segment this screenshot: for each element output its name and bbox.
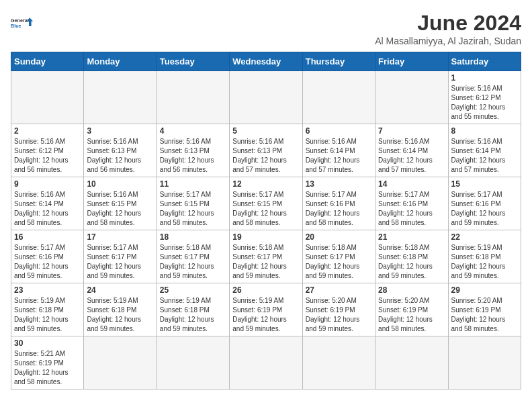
day-number: 1 [451, 73, 518, 83]
calendar-cell: 2Sunrise: 5:16 AMSunset: 6:12 PMDaylight… [11, 124, 84, 177]
calendar-cell: 7Sunrise: 5:16 AMSunset: 6:14 PMDaylight… [375, 124, 448, 177]
col-friday: Friday [375, 52, 448, 71]
calendar-cell: 12Sunrise: 5:17 AMSunset: 6:15 PMDayligh… [230, 177, 302, 230]
header-row: Sunday Monday Tuesday Wednesday Thursday… [11, 52, 521, 71]
calendar-cell [302, 71, 375, 124]
day-info: Sunrise: 5:20 AMSunset: 6:19 PMDaylight:… [378, 296, 445, 334]
day-info: Sunrise: 5:17 AMSunset: 6:16 PMDaylight:… [378, 190, 445, 228]
calendar-cell: 24Sunrise: 5:19 AMSunset: 6:18 PMDayligh… [84, 283, 157, 336]
title-area: June 2024 Al Masallamiyya, Al Jazirah, S… [375, 11, 521, 46]
calendar-cell: 26Sunrise: 5:19 AMSunset: 6:19 PMDayligh… [230, 283, 302, 336]
day-number: 17 [87, 232, 153, 242]
calendar-cell [375, 336, 448, 390]
day-info: Sunrise: 5:16 AMSunset: 6:12 PMDaylight:… [14, 137, 81, 175]
calendar-cell: 14Sunrise: 5:17 AMSunset: 6:16 PMDayligh… [375, 177, 448, 230]
day-number: 11 [160, 179, 226, 189]
day-number: 28 [378, 285, 445, 295]
calendar-cell [448, 336, 521, 390]
day-info: Sunrise: 5:16 AMSunset: 6:14 PMDaylight:… [14, 190, 81, 228]
day-number: 27 [306, 285, 372, 295]
calendar-cell: 3Sunrise: 5:16 AMSunset: 6:13 PMDaylight… [84, 124, 157, 177]
calendar-cell: 5Sunrise: 5:16 AMSunset: 6:13 PMDaylight… [230, 124, 302, 177]
calendar-cell: 6Sunrise: 5:16 AMSunset: 6:14 PMDaylight… [302, 124, 375, 177]
day-number: 23 [14, 285, 81, 295]
day-number: 13 [306, 179, 372, 189]
calendar-cell [11, 71, 84, 124]
calendar-cell: 17Sunrise: 5:17 AMSunset: 6:17 PMDayligh… [84, 230, 157, 283]
calendar-subtitle: Al Masallamiyya, Al Jazirah, Sudan [375, 36, 521, 46]
calendar-cell: 1Sunrise: 5:16 AMSunset: 6:12 PMDaylight… [448, 71, 521, 124]
day-info: Sunrise: 5:20 AMSunset: 6:19 PMDaylight:… [451, 296, 518, 334]
calendar-cell: 16Sunrise: 5:17 AMSunset: 6:16 PMDayligh… [11, 230, 84, 283]
calendar-cell [157, 336, 229, 390]
day-info: Sunrise: 5:19 AMSunset: 6:18 PMDaylight:… [160, 296, 226, 334]
calendar-row: 30Sunrise: 5:21 AMSunset: 6:19 PMDayligh… [11, 336, 521, 390]
day-info: Sunrise: 5:19 AMSunset: 6:18 PMDaylight:… [451, 243, 518, 281]
calendar-cell: 11Sunrise: 5:17 AMSunset: 6:15 PMDayligh… [157, 177, 229, 230]
header: GeneralBlue June 2024 Al Masallamiyya, A… [11, 11, 521, 46]
calendar-cell: 28Sunrise: 5:20 AMSunset: 6:19 PMDayligh… [375, 283, 448, 336]
calendar-cell: 25Sunrise: 5:19 AMSunset: 6:18 PMDayligh… [157, 283, 229, 336]
calendar-cell: 23Sunrise: 5:19 AMSunset: 6:18 PMDayligh… [11, 283, 84, 336]
calendar-row: 16Sunrise: 5:17 AMSunset: 6:16 PMDayligh… [11, 230, 521, 283]
day-number: 3 [87, 126, 153, 136]
col-sunday: Sunday [11, 52, 84, 71]
logo-icon: GeneralBlue [11, 11, 35, 35]
day-info: Sunrise: 5:19 AMSunset: 6:19 PMDaylight:… [232, 296, 299, 334]
day-info: Sunrise: 5:18 AMSunset: 6:17 PMDaylight:… [306, 243, 372, 281]
day-number: 7 [378, 126, 445, 136]
day-number: 29 [451, 285, 518, 295]
day-info: Sunrise: 5:17 AMSunset: 6:15 PMDaylight:… [160, 190, 226, 228]
svg-text:General: General [11, 17, 29, 24]
day-info: Sunrise: 5:17 AMSunset: 6:17 PMDaylight:… [87, 243, 153, 281]
calendar-cell: 29Sunrise: 5:20 AMSunset: 6:19 PMDayligh… [448, 283, 521, 336]
calendar-cell: 22Sunrise: 5:19 AMSunset: 6:18 PMDayligh… [448, 230, 521, 283]
day-info: Sunrise: 5:19 AMSunset: 6:18 PMDaylight:… [14, 296, 81, 334]
day-info: Sunrise: 5:16 AMSunset: 6:12 PMDaylight:… [451, 84, 518, 122]
day-info: Sunrise: 5:21 AMSunset: 6:19 PMDaylight:… [14, 349, 81, 387]
day-info: Sunrise: 5:16 AMSunset: 6:15 PMDaylight:… [87, 190, 153, 228]
day-number: 15 [451, 179, 518, 189]
calendar-cell: 18Sunrise: 5:18 AMSunset: 6:17 PMDayligh… [157, 230, 229, 283]
calendar-cell [302, 336, 375, 390]
day-number: 21 [378, 232, 445, 242]
day-info: Sunrise: 5:20 AMSunset: 6:19 PMDaylight:… [306, 296, 372, 334]
calendar-cell [84, 336, 157, 390]
day-info: Sunrise: 5:16 AMSunset: 6:13 PMDaylight:… [87, 137, 153, 175]
day-number: 10 [87, 179, 153, 189]
calendar-cell: 10Sunrise: 5:16 AMSunset: 6:15 PMDayligh… [84, 177, 157, 230]
day-info: Sunrise: 5:17 AMSunset: 6:16 PMDaylight:… [306, 190, 372, 228]
day-number: 9 [14, 179, 81, 189]
calendar-cell: 19Sunrise: 5:18 AMSunset: 6:17 PMDayligh… [230, 230, 302, 283]
calendar-row: 9Sunrise: 5:16 AMSunset: 6:14 PMDaylight… [11, 177, 521, 230]
day-number: 4 [160, 126, 226, 136]
calendar-cell: 13Sunrise: 5:17 AMSunset: 6:16 PMDayligh… [302, 177, 375, 230]
calendar-title: June 2024 [375, 11, 521, 36]
calendar-table: Sunday Monday Tuesday Wednesday Thursday… [11, 52, 521, 390]
day-info: Sunrise: 5:16 AMSunset: 6:13 PMDaylight:… [160, 137, 226, 175]
svg-text:Blue: Blue [11, 23, 21, 29]
day-number: 2 [14, 126, 81, 136]
calendar-cell [84, 71, 157, 124]
day-number: 26 [232, 285, 299, 295]
day-number: 24 [87, 285, 153, 295]
day-number: 12 [232, 179, 299, 189]
calendar-cell [375, 71, 448, 124]
day-number: 16 [14, 232, 81, 242]
calendar-cell [230, 71, 302, 124]
day-info: Sunrise: 5:17 AMSunset: 6:16 PMDaylight:… [14, 243, 81, 281]
day-info: Sunrise: 5:16 AMSunset: 6:14 PMDaylight:… [451, 137, 518, 175]
day-number: 22 [451, 232, 518, 242]
day-info: Sunrise: 5:18 AMSunset: 6:18 PMDaylight:… [378, 243, 445, 281]
day-number: 20 [306, 232, 372, 242]
day-info: Sunrise: 5:17 AMSunset: 6:16 PMDaylight:… [451, 190, 518, 228]
calendar-row: 2Sunrise: 5:16 AMSunset: 6:12 PMDaylight… [11, 124, 521, 177]
col-wednesday: Wednesday [230, 52, 302, 71]
calendar-cell: 9Sunrise: 5:16 AMSunset: 6:14 PMDaylight… [11, 177, 84, 230]
calendar-cell: 8Sunrise: 5:16 AMSunset: 6:14 PMDaylight… [448, 124, 521, 177]
day-info: Sunrise: 5:16 AMSunset: 6:13 PMDaylight:… [232, 137, 299, 175]
col-monday: Monday [84, 52, 157, 71]
calendar-cell [157, 71, 229, 124]
day-number: 14 [378, 179, 445, 189]
calendar-row: 23Sunrise: 5:19 AMSunset: 6:18 PMDayligh… [11, 283, 521, 336]
